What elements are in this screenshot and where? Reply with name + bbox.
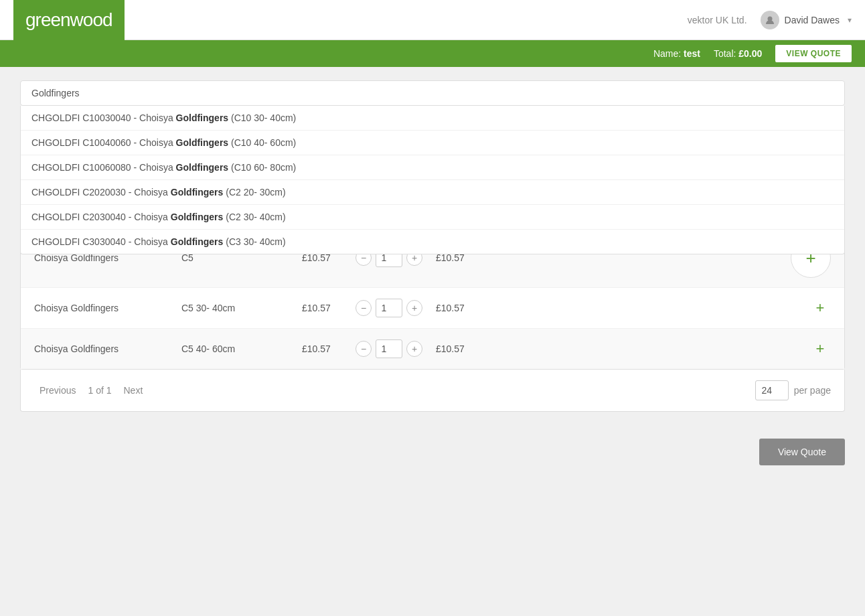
quote-bar: Name: test Total: £0.00 VIEW QUOTE [0,40,865,67]
product-price: £10.57 [302,303,356,313]
page-info: 1 of 1 [88,385,111,396]
search-input-wrapper[interactable] [20,80,845,106]
dropdown-item-1[interactable]: CHGOLDFI C10030040 - Choisya Goldfingers… [21,106,844,131]
item-bold: Goldfingers [171,212,224,222]
item-code: CHGOLDFI C2030040 [31,212,126,222]
item-prefix: - Choisya [126,212,171,222]
item-code: CHGOLDFI C3030040 [31,236,126,247]
item-prefix: - Choisya [131,137,176,148]
item-suffix: (C2 30- 40cm) [223,212,285,222]
per-page-input[interactable] [755,380,789,400]
chevron-down-icon: ▾ [848,15,852,25]
item-suffix: (C10 60- 80cm) [228,162,296,173]
footer: View Quote [0,425,865,479]
dropdown-item-6[interactable]: CHGOLDFI C3030040 - Choisya Goldfingers … [21,230,844,254]
dropdown-item-2[interactable]: CHGOLDFI C10040060 - Choisya Goldfingers… [21,131,844,155]
header-right: vektor UK Ltd. David Dawes ▾ [688,11,852,29]
add-to-quote-button[interactable]: + [809,338,831,360]
increase-qty-button[interactable]: + [406,300,422,316]
table-row: Choisya Goldfingers C5 40- 60cm £10.57 −… [21,329,844,369]
header: greenwood vektor UK Ltd. David Dawes ▾ [0,0,865,40]
user-name: David Dawes [785,15,840,25]
per-page-label: per page [794,385,831,396]
item-suffix: (C10 30- 40cm) [228,112,296,123]
company-name: vektor UK Ltd. [688,15,747,25]
item-prefix: - Choisya [126,187,171,198]
logo: greenwood [13,0,125,40]
main-content: CHGOLDFI C10030040 - Choisya Goldfingers… [0,67,865,425]
search-dropdown: CHGOLDFI C10030040 - Choisya Goldfingers… [20,106,845,254]
total-label: Total: [714,48,736,59]
user-info[interactable]: David Dawes ▾ [761,11,852,29]
product-total: £10.57 [436,303,496,313]
item-suffix: (C3 30- 40cm) [223,236,285,247]
quantity-input[interactable] [376,339,402,358]
item-prefix: - Choisya [131,162,176,173]
quantity-controls: − + [356,339,436,358]
decrease-qty-button[interactable]: − [356,341,372,357]
item-bold: Goldfingers [176,162,229,173]
item-bold: Goldfingers [171,236,224,247]
increase-qty-button[interactable]: + [406,341,422,357]
quantity-controls: − + [356,299,436,317]
logo-text: greenwood [25,9,112,31]
product-size: C5 40- 60cm [181,343,302,354]
product-size: C5 30- 40cm [181,303,302,313]
user-avatar-icon [761,11,779,29]
view-quote-bar-button[interactable]: VIEW QUOTE [775,45,852,62]
dropdown-item-4[interactable]: CHGOLDFI C2020030 - Choisya Goldfingers … [21,180,844,205]
item-bold: Goldfingers [176,112,229,123]
search-container: CHGOLDFI C10030040 - Choisya Goldfingers… [20,80,845,106]
product-price: £10.57 [302,343,356,354]
name-value: test [684,48,700,59]
decrease-qty-button[interactable]: − [356,300,372,316]
per-page-section: per page [755,380,831,400]
product-name: Choisya Goldfingers [34,343,181,354]
item-code: CHGOLDFI C10030040 [31,112,131,123]
item-code: CHGOLDFI C10040060 [31,137,131,148]
table-row: Choisya Goldfingers C5 30- 40cm £10.57 −… [21,288,844,329]
previous-button[interactable]: Previous [34,382,81,398]
product-total: £10.57 [436,343,496,354]
item-suffix: (C10 40- 60cm) [228,137,296,148]
quote-total: Total: £0.00 [714,48,762,59]
item-prefix: - Choisya [126,236,171,247]
quote-name: Name: test [653,48,700,59]
view-quote-footer-button[interactable]: View Quote [759,439,845,465]
item-prefix: - Choisya [131,112,176,123]
product-name: Choisya Goldfingers [34,303,181,313]
item-code: CHGOLDFI C10060080 [31,162,131,173]
pagination: Previous 1 of 1 Next per page [20,370,845,412]
dropdown-item-5[interactable]: CHGOLDFI C2030040 - Choisya Goldfingers … [21,205,844,230]
add-to-quote-button[interactable]: + [809,297,831,319]
item-suffix: (C2 20- 30cm) [223,187,285,198]
total-value: £0.00 [738,48,762,59]
quantity-input[interactable] [376,299,402,317]
item-bold: Goldfingers [171,187,224,198]
item-code: CHGOLDFI C2020030 [31,187,126,198]
search-input[interactable] [31,88,834,98]
dropdown-item-3[interactable]: CHGOLDFI C10060080 - Choisya Goldfingers… [21,155,844,180]
item-bold: Goldfingers [176,137,229,148]
next-button[interactable]: Next [119,382,149,398]
name-label: Name: [653,48,681,59]
